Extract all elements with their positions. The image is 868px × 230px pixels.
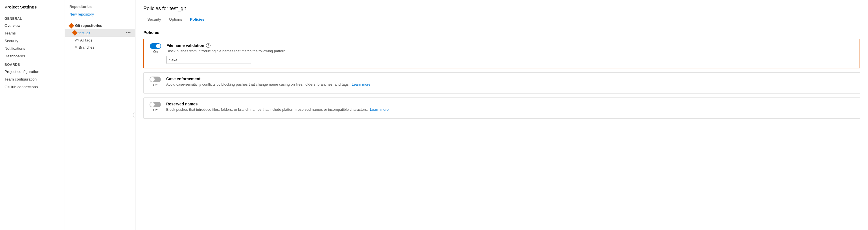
policy-title-case: Case enforcement — [166, 77, 855, 81]
policy-info-file-name: File name validation i Block pushes from… — [166, 43, 855, 64]
learn-more-reserved[interactable]: Learn more — [370, 107, 389, 112]
toggle-off-label-case: Off — [153, 83, 157, 87]
sidebar-item-dashboards[interactable]: Dashboards — [0, 52, 65, 60]
toggle-on-file-name[interactable] — [150, 43, 161, 49]
middle-panel: ‹ Repositories New repository Git reposi… — [65, 0, 135, 230]
learn-more-case[interactable]: Learn more — [351, 82, 370, 86]
policy-desc-file-name: Block pushes from introducing file names… — [166, 49, 855, 53]
boards-section-header: Boards — [0, 60, 65, 68]
policy-info-reserved: Reserved names Block pushes that introdu… — [166, 102, 855, 114]
toggle-case-enforcement[interactable]: Off — [148, 77, 162, 87]
toggle-on-label: On — [153, 50, 158, 54]
tab-bar: Security Options Policies — [143, 15, 860, 24]
git-diamond-icon — [69, 23, 74, 29]
policy-card-case-enforcement: Off Case enforcement Avoid case-sensitiv… — [143, 72, 860, 93]
general-section-header: General — [0, 14, 65, 22]
toggle-file-name-validation[interactable]: On — [148, 43, 162, 54]
all-tags-item[interactable]: 🏷 All tags — [65, 37, 135, 44]
repositories-heading: Repositories — [65, 4, 135, 11]
policy-desc-case: Avoid case-sensitivity conflicts by bloc… — [166, 82, 855, 86]
policy-card-reserved-names: Off Reserved names Block pushes that int… — [143, 97, 860, 119]
policy-card-file-name-validation: On File name validation i Block pushes f… — [143, 39, 860, 68]
toggle-reserved-names[interactable]: Off — [148, 102, 162, 112]
sidebar-item-teams[interactable]: Teams — [0, 29, 65, 37]
tab-policies[interactable]: Policies — [186, 15, 208, 24]
policy-title-reserved: Reserved names — [166, 102, 855, 106]
sidebar-item-team-configuration[interactable]: Team configuration — [0, 76, 65, 83]
branch-icon: ⑂ — [75, 46, 77, 50]
left-sidebar: Project Settings General Overview Teams … — [0, 0, 65, 230]
tab-options[interactable]: Options — [165, 15, 186, 24]
policy-row-reserved: Off Reserved names Block pushes that int… — [148, 102, 855, 114]
toggle-off-reserved[interactable] — [150, 102, 161, 107]
policy-row: On File name validation i Block pushes f… — [148, 43, 855, 64]
policy-desc-reserved: Block pushes that introduce files, folde… — [166, 107, 855, 112]
policy-info-case: Case enforcement Avoid case-sensitivity … — [166, 77, 855, 89]
tab-security[interactable]: Security — [143, 15, 165, 24]
sidebar-item-notifications[interactable]: Notifications — [0, 45, 65, 52]
toggle-off-label-reserved: Off — [153, 108, 157, 112]
policy-row-case: Off Case enforcement Avoid case-sensitiv… — [148, 77, 855, 89]
info-icon-file-name[interactable]: i — [206, 43, 211, 48]
tag-icon: 🏷 — [75, 38, 79, 42]
policies-heading: Policies — [143, 30, 860, 35]
page-title: Policies for test_git — [143, 6, 860, 11]
test-git-repo-item[interactable]: test_git ••• — [65, 29, 135, 37]
sidebar-item-project-configuration[interactable]: Project configuration — [0, 68, 65, 76]
collapse-button[interactable]: ‹ — [133, 112, 135, 118]
policy-title-file-name: File name validation i — [166, 43, 855, 48]
sidebar-item-security[interactable]: Security — [0, 37, 65, 45]
sidebar-item-overview[interactable]: Overview — [0, 22, 65, 29]
git-repos-header: Git repositories — [65, 22, 135, 29]
new-repository-button[interactable]: New repository — [65, 11, 135, 18]
project-settings-title: Project Settings — [0, 4, 65, 14]
repo-diamond-icon — [72, 30, 78, 36]
main-content: Policies for test_git Security Options P… — [135, 0, 868, 230]
file-pattern-input[interactable] — [166, 56, 251, 64]
toggle-off-case[interactable] — [150, 77, 161, 82]
sidebar-item-github-connections[interactable]: GitHub connections — [0, 83, 65, 91]
more-options-icon[interactable]: ••• — [126, 30, 131, 35]
branches-item[interactable]: ⑂ Branches — [65, 44, 135, 51]
